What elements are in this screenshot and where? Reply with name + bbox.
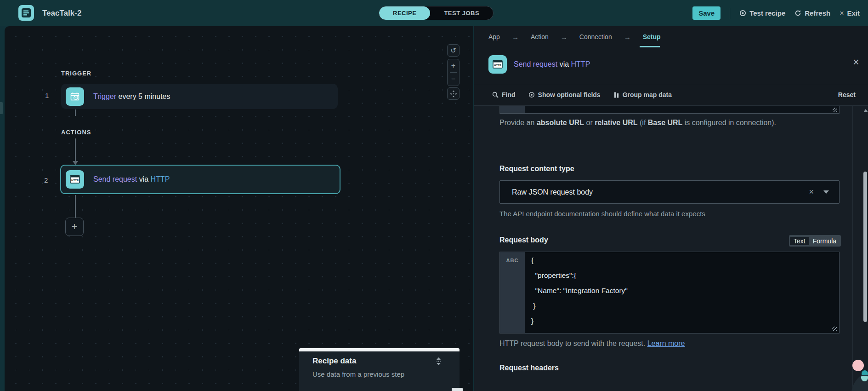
- recipe-title: TeacTalk-2: [42, 0, 81, 26]
- chevron-down-icon[interactable]: [823, 190, 829, 194]
- show-optional-fields-button[interactable]: Show optional fields: [528, 91, 601, 98]
- show-optional-fields-label: Show optional fields: [538, 91, 601, 98]
- breadcrumb-setup[interactable]: Setup: [643, 33, 661, 40]
- editor-gutter: ABC: [500, 252, 525, 333]
- recipe-data-title: Recipe data: [312, 356, 356, 366]
- panel-scrollbar-thumb[interactable]: [863, 172, 867, 322]
- reset-view-button[interactable]: ↺: [447, 44, 460, 57]
- group-map-data-label: Group map data: [623, 91, 672, 98]
- recipe-data-subtitle: Use data from a previous step: [312, 370, 404, 378]
- panel-http-link[interactable]: HTTP: [571, 60, 590, 69]
- app-logo[interactable]: [18, 5, 34, 21]
- body-hint-text: HTTP request body to send with the reque…: [499, 339, 647, 347]
- step-http-card[interactable]: HTTP Send request via HTTP: [60, 165, 340, 194]
- action-link[interactable]: Send request: [93, 175, 137, 183]
- request-body-editor[interactable]: ABC { "properties":{ "Name": "Integratio…: [499, 252, 840, 334]
- find-button[interactable]: Find: [492, 91, 516, 98]
- move-icon: [450, 90, 457, 98]
- search-icon: [492, 92, 499, 98]
- step-1-number: 1: [45, 92, 49, 99]
- url-field-gutter: [500, 106, 525, 113]
- step-2-number: 2: [44, 176, 48, 184]
- add-step-button[interactable]: +: [65, 218, 84, 236]
- recipe-data-panel[interactable]: Recipe data Use data from a previous ste…: [299, 348, 460, 391]
- group-map-data-button[interactable]: Group map data: [613, 91, 672, 98]
- close-icon: ×: [853, 56, 859, 69]
- svg-text:HTTP: HTTP: [71, 178, 79, 182]
- zoom-in-button[interactable]: +: [448, 59, 459, 72]
- refresh-icon: [794, 10, 801, 17]
- learn-more-link[interactable]: Learn more: [647, 339, 685, 347]
- topbar-actions: Save Test recipe Refresh × Exit: [692, 0, 860, 26]
- abc-text-mode-badge: ABC: [500, 258, 525, 263]
- setup-tab-underline: [640, 46, 660, 47]
- tab-test-jobs[interactable]: TEST JOBS: [430, 6, 493, 20]
- panel-header: App → Action → Connection → Setup HTTP S…: [474, 26, 868, 84]
- http-app-link[interactable]: HTTP: [151, 175, 170, 183]
- url-field-partial[interactable]: [499, 106, 840, 114]
- zoom-out-button[interactable]: −: [448, 73, 459, 86]
- breadcrumb: App → Action → Connection → Setup: [488, 26, 661, 47]
- group-bars-icon: [613, 92, 619, 98]
- save-button[interactable]: Save: [692, 6, 720, 20]
- actions-section-label: ACTIONS: [61, 129, 91, 136]
- fit-view-button[interactable]: [447, 87, 460, 100]
- content-type-hint: The API endpoint documentation should de…: [499, 210, 705, 218]
- zoom-control-group: + −: [447, 59, 460, 86]
- text-formula-toggle: Text Formula: [789, 235, 841, 247]
- editor-body[interactable]: { "properties":{ "Name": "Integration Fa…: [525, 252, 839, 333]
- recipe-testjobs-toggle: RECIPE TEST JOBS: [379, 6, 494, 20]
- trigger-title-rest: every 5 minutes: [116, 92, 170, 100]
- step-http-title: Send request via HTTP: [93, 175, 170, 184]
- request-content-type-label: Request content type: [499, 165, 574, 173]
- chat-widget-logo-icon: [862, 370, 868, 375]
- breadcrumb-app[interactable]: App: [488, 33, 500, 40]
- recipe-data-accent-bar: [299, 348, 460, 351]
- trigger-section-label: TRIGGER: [61, 70, 91, 77]
- url-hint-bold: relative URL: [595, 119, 637, 126]
- zoom-out-icon: −: [451, 75, 455, 83]
- breadcrumb-action[interactable]: Action: [531, 33, 549, 40]
- canvas-left-handle[interactable]: [0, 102, 3, 114]
- tab-recipe[interactable]: RECIPE: [379, 6, 430, 20]
- panel-action-link[interactable]: Send request: [514, 60, 557, 69]
- code-line: }: [531, 317, 533, 325]
- scrollbar-up-arrow[interactable]: [863, 109, 868, 112]
- clear-selection-icon[interactable]: ×: [809, 187, 814, 197]
- request-body-hint: HTTP request body to send with the reque…: [499, 339, 685, 348]
- http-app-icon: HTTP: [66, 170, 84, 189]
- test-recipe-button[interactable]: Test recipe: [739, 9, 785, 17]
- url-hint-text: (if: [638, 119, 648, 126]
- exit-button[interactable]: × Exit: [840, 9, 860, 17]
- panel-via-text: via: [557, 60, 571, 69]
- recipe-canvas[interactable]: TRIGGER 1 Trigger every 5 minutes ACTION…: [5, 26, 473, 391]
- eye-icon: [528, 92, 535, 98]
- breadcrumb-connection[interactable]: Connection: [579, 33, 612, 40]
- reset-button[interactable]: Reset: [838, 91, 856, 98]
- url-field-resize-handle[interactable]: [833, 108, 837, 112]
- drag-handle-icon[interactable]: [436, 357, 441, 365]
- code-line: "properties":{: [531, 271, 576, 280]
- step-via-text: via: [137, 175, 150, 183]
- notification-dot[interactable]: [852, 360, 864, 371]
- refresh-button[interactable]: Refresh: [794, 9, 830, 17]
- hidden-panel-sliver: [452, 388, 463, 391]
- trigger-app-link[interactable]: Trigger: [93, 92, 116, 100]
- connector-line-3: [75, 195, 76, 218]
- url-hint-bold: absolute URL: [537, 119, 584, 126]
- connector-line-1: [75, 109, 76, 116]
- connector-line-2: [75, 138, 76, 161]
- text-mode-tab[interactable]: Text: [790, 237, 809, 245]
- step-trigger-card[interactable]: Trigger every 5 minutes: [61, 84, 338, 109]
- editor-resize-handle[interactable]: [832, 327, 837, 331]
- panel-step-title: Send request via HTTP: [514, 55, 590, 74]
- find-label: Find: [502, 91, 516, 98]
- url-hint-text: Provide an: [499, 119, 537, 126]
- breadcrumb-arrow-icon: →: [561, 33, 567, 41]
- step-trigger-title: Trigger every 5 minutes: [93, 92, 170, 101]
- setup-form-content: Provide an absolute URL or relative URL …: [474, 106, 868, 391]
- formula-mode-tab[interactable]: Formula: [809, 237, 840, 245]
- close-panel-button[interactable]: ×: [850, 56, 862, 68]
- request-content-type-select[interactable]: Raw JSON request body ×: [499, 180, 840, 204]
- content-right-edge: [852, 106, 853, 391]
